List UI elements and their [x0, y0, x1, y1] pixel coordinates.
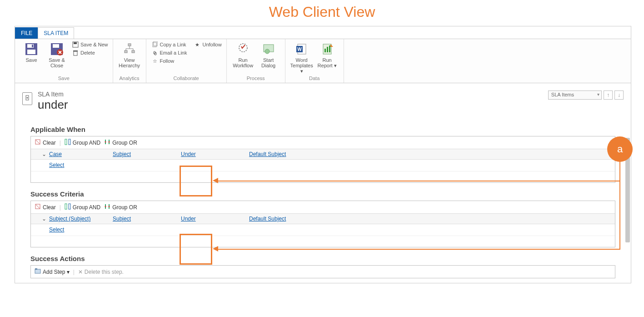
word-templates-label: Word Templates ▾: [290, 57, 313, 74]
ribbon-group-save: Save Save & Close Save & New Delete: [15, 39, 113, 83]
entity-type-label: SLA Item: [38, 91, 68, 98]
svg-rect-13: [128, 44, 131, 46]
chevron-down-icon[interactable]: ⌄: [42, 216, 49, 222]
ribbon-group-analytics: View Hierarchy Analytics: [113, 39, 146, 83]
svg-rect-31: [324, 49, 326, 52]
clear-icon: [35, 203, 41, 211]
svg-rect-12: [73, 50, 78, 51]
group-and-label: Group AND: [73, 204, 100, 211]
condition-operator-link[interactable]: Under: [181, 151, 196, 157]
nav-down-button[interactable]: ↓: [614, 91, 624, 100]
save-icon: [24, 42, 39, 56]
condition-attribute-link[interactable]: Subject: [113, 216, 131, 222]
condition-row: ⌄ Subject (Subject) Subject Under Defaul…: [31, 213, 615, 224]
copy-link-icon: [152, 41, 158, 48]
add-step-button[interactable]: Add Step ▾: [35, 268, 70, 276]
dialog-icon: [261, 42, 276, 56]
entity-icon: [22, 92, 32, 105]
save-close-button[interactable]: Save & Close: [44, 41, 70, 69]
group-or-label: Group OR: [112, 140, 137, 146]
condition-value-link[interactable]: Default Subject: [249, 151, 286, 157]
group-and-button[interactable]: Group AND: [65, 203, 100, 211]
view-hierarchy-label: View Hierarchy: [119, 57, 140, 68]
svg-rect-54: [35, 268, 37, 270]
copy-link-button[interactable]: Copy a Link: [151, 41, 188, 48]
email-link-label: Email a Link: [160, 50, 187, 55]
word-icon: W: [295, 42, 309, 56]
run-report-button[interactable]: Run Report ▾: [315, 41, 340, 69]
svg-point-36: [27, 97, 28, 99]
hierarchy-icon: [122, 42, 137, 56]
condition-value-link[interactable]: Default Subject: [249, 216, 286, 222]
run-report-label: Run Report ▾: [318, 57, 337, 68]
tab-strip: FILE SLA ITEM: [15, 26, 631, 39]
star-icon: ★: [194, 41, 200, 48]
svg-rect-39: [65, 139, 67, 145]
svg-rect-32: [327, 47, 328, 52]
tab-sla-item[interactable]: SLA ITEM: [38, 27, 74, 39]
condition-toolbar: Clear | Group AND Group OR: [31, 201, 615, 213]
delete-button[interactable]: Delete: [71, 49, 109, 56]
follow-label: Follow: [160, 58, 175, 64]
unfollow-label: Unfollow: [202, 42, 221, 47]
ribbon: Save Save & Close Save & New Delete: [15, 39, 631, 83]
group-and-button[interactable]: Group AND: [65, 139, 100, 146]
condition-entity-link[interactable]: Case: [49, 151, 62, 157]
group-or-button[interactable]: Group OR: [104, 139, 137, 146]
vertical-scrollbar[interactable]: [624, 83, 631, 278]
save-new-label: Save & New: [80, 42, 108, 47]
section-success-criteria: Success Criteria Clear | Group AND Group…: [30, 190, 615, 247]
clear-label: Clear: [43, 204, 56, 211]
annotation-connector: [619, 161, 620, 250]
delete-step-icon: ✕: [78, 269, 83, 275]
record-picker[interactable]: SLA Items: [548, 91, 602, 100]
form-header: SLA Item under SLA Items ↑ ↓: [22, 91, 624, 112]
svg-rect-48: [69, 204, 70, 209]
add-step-icon: [35, 268, 41, 276]
condition-toolbar: Clear | Group AND Group OR: [31, 136, 615, 149]
condition-builder-success: Clear | Group AND Group OR ⌄ Subject (Su…: [30, 201, 615, 247]
view-hierarchy-button[interactable]: View Hierarchy: [117, 41, 142, 69]
annotation-connector: [218, 181, 619, 181]
email-link-button[interactable]: Email a Link: [151, 49, 188, 56]
svg-rect-53: [35, 269, 40, 273]
chevron-down-icon[interactable]: ⌄: [42, 151, 49, 157]
group-and-label: Group AND: [73, 140, 100, 146]
section-title-actions: Success Actions: [30, 255, 615, 262]
delete-step-label: Delete this step.: [85, 269, 124, 275]
group-or-icon: [104, 203, 110, 211]
word-templates-button[interactable]: W Word Templates ▾: [289, 41, 315, 75]
entity-name: under: [38, 98, 68, 112]
ribbon-group-save-label: Save: [19, 75, 109, 82]
condition-entity-link[interactable]: Subject (Subject): [49, 216, 90, 222]
start-dialog-button[interactable]: Start Dialog: [256, 41, 281, 69]
tab-file[interactable]: FILE: [15, 27, 38, 39]
email-link-icon: [152, 50, 158, 56]
condition-select-link[interactable]: Select: [49, 226, 64, 233]
clear-button[interactable]: Clear: [35, 139, 56, 146]
unfollow-button[interactable]: ★ Unfollow: [193, 41, 222, 48]
nav-up-button[interactable]: ↑: [604, 91, 613, 100]
condition-operator-link[interactable]: Under: [181, 216, 196, 222]
delete-label: Delete: [80, 50, 95, 55]
group-or-label: Group OR: [112, 204, 137, 211]
ribbon-group-analytics-label: Analytics: [117, 75, 142, 82]
run-workflow-button[interactable]: Run Workflow: [230, 41, 256, 69]
group-or-button[interactable]: Group OR: [104, 203, 137, 211]
group-or-icon: [104, 139, 110, 146]
clear-button[interactable]: Clear: [35, 203, 56, 211]
delete-step-button[interactable]: ✕ Delete this step.: [78, 269, 124, 275]
svg-point-51: [105, 206, 106, 207]
condition-attribute-link[interactable]: Subject: [113, 151, 131, 157]
annotation-arrowhead-icon: [213, 246, 218, 252]
save-new-button[interactable]: Save & New: [71, 41, 109, 48]
run-workflow-label: Run Workflow: [233, 57, 253, 68]
follow-button[interactable]: ☆ Follow: [151, 57, 188, 65]
condition-select-link[interactable]: Select: [49, 162, 64, 168]
save-button[interactable]: Save: [19, 41, 44, 64]
group-and-icon: [65, 139, 71, 146]
save-new-icon: [72, 41, 79, 48]
condition-add-row: Select: [31, 160, 615, 171]
start-dialog-label: Start Dialog: [261, 57, 275, 68]
annotation-badge: a: [607, 136, 633, 162]
